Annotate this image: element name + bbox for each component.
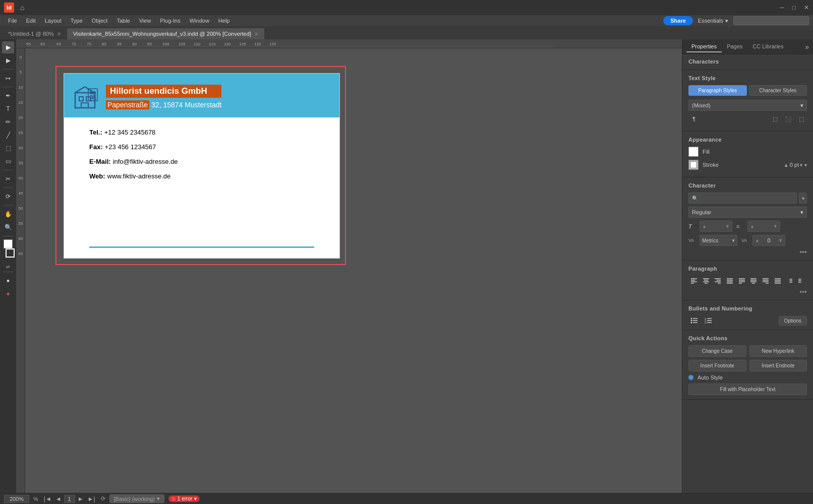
tool-direct-select[interactable]: ▶ bbox=[2, 54, 14, 67]
tab-pages[interactable]: Pages bbox=[722, 41, 747, 52]
stroke-chevron-up[interactable]: ▲ bbox=[784, 162, 789, 168]
menu-layout[interactable]: Layout bbox=[41, 17, 66, 25]
font-style-dropdown[interactable]: Regular ▾ bbox=[688, 207, 807, 218]
numbering-icon[interactable]: 1.2.3. bbox=[703, 316, 714, 326]
align-left-btn[interactable] bbox=[688, 276, 700, 286]
minimize-btn[interactable]: ─ bbox=[780, 4, 784, 11]
tracking-down[interactable]: ▼ bbox=[778, 238, 783, 243]
nav-first-btn[interactable]: |◄ bbox=[42, 495, 53, 502]
bullets-icon[interactable] bbox=[688, 316, 700, 326]
nav-prev-btn[interactable]: ◄ bbox=[54, 495, 63, 502]
change-case-button[interactable]: Change Case bbox=[688, 345, 746, 357]
close-btn[interactable]: ✕ bbox=[804, 4, 809, 11]
page-number-input[interactable] bbox=[64, 495, 75, 503]
tab-visitenkarte[interactable]: Visitenkarte_85x55mm_Wohnungsverkauf_v3.… bbox=[67, 28, 264, 39]
tool-text[interactable]: T bbox=[2, 103, 14, 115]
tool-color[interactable]: ■ bbox=[2, 288, 14, 300]
nav-last-btn[interactable]: ►| bbox=[86, 495, 97, 502]
tool-select[interactable]: ▶ bbox=[2, 41, 14, 53]
nav-next-btn[interactable]: ► bbox=[76, 495, 85, 502]
maximize-btn[interactable]: □ bbox=[792, 4, 796, 11]
insert-footnote-button[interactable]: Insert Footnote bbox=[688, 360, 746, 371]
panel-more-icon[interactable]: » bbox=[805, 43, 809, 51]
tool-free-transform[interactable]: ⟳ bbox=[2, 191, 14, 203]
new-hyperlink-button[interactable]: New Hyperlink bbox=[749, 345, 807, 357]
align-justify-last-right-btn[interactable] bbox=[760, 276, 771, 286]
para-icon-2[interactable]: ⬛ bbox=[783, 114, 794, 124]
font-search-field[interactable]: 🔍 bbox=[688, 193, 797, 204]
stroke-dropdown-chevron[interactable]: ▾ bbox=[804, 162, 807, 168]
tool-rect-frame[interactable]: ⬚ bbox=[2, 142, 14, 154]
search-input[interactable] bbox=[733, 16, 809, 25]
font-dropdown-chevron[interactable]: ▾ bbox=[799, 193, 807, 204]
zoom-input[interactable] bbox=[4, 495, 29, 503]
align-justify-last-left-btn[interactable] bbox=[736, 276, 747, 286]
tab-untitled[interactable]: *Untitled-1 @ 80% ✕ bbox=[2, 28, 67, 39]
tool-scissors[interactable]: ✂ bbox=[2, 173, 14, 185]
pilcrow-icon[interactable]: ¶ bbox=[688, 114, 700, 124]
paragraph-styles-tab[interactable]: Paragraph Styles bbox=[688, 85, 747, 96]
menu-type[interactable]: Type bbox=[67, 17, 87, 25]
leading-up[interactable]: ▲ bbox=[750, 224, 754, 229]
tracking-method-dropdown[interactable]: Metrics ▾ bbox=[700, 235, 737, 246]
tracking-row: VA Metrics ▾ VA ▲ 0 ▼ bbox=[688, 235, 807, 246]
align-right-btn[interactable] bbox=[712, 276, 723, 286]
menu-table[interactable]: Table bbox=[112, 17, 134, 25]
style-dropdown[interactable]: (Mixed) ▾ bbox=[688, 100, 807, 111]
character-more-icon[interactable]: ••• bbox=[799, 248, 807, 256]
tool-rect[interactable]: ▭ bbox=[2, 155, 14, 167]
tool-gradient[interactable]: ■ bbox=[2, 275, 14, 287]
align-justify-btn[interactable] bbox=[724, 276, 735, 286]
tab-properties[interactable]: Properties bbox=[686, 41, 722, 52]
essentials-dropdown[interactable]: Essentials ▾ bbox=[694, 17, 732, 25]
fill-swatch[interactable] bbox=[688, 147, 699, 157]
share-button[interactable]: Share bbox=[663, 16, 693, 25]
font-size-down[interactable]: ▼ bbox=[725, 224, 730, 229]
menu-window[interactable]: Window bbox=[186, 17, 213, 25]
style-label-area[interactable]: [Basic] (working) ▾ bbox=[109, 494, 164, 503]
tool-hand[interactable]: ✋ bbox=[2, 208, 14, 220]
align-away-spine-btn[interactable] bbox=[796, 276, 807, 286]
leading-input[interactable]: ▲ ▼ bbox=[747, 221, 780, 232]
tab-close-icon[interactable]: ✕ bbox=[57, 31, 61, 37]
svg-text:0: 0 bbox=[20, 55, 22, 59]
menu-file[interactable]: File bbox=[4, 17, 21, 25]
tool-zoom[interactable]: 🔍 bbox=[2, 221, 14, 233]
character-styles-tab[interactable]: Character Styles bbox=[749, 85, 807, 96]
swap-colors-icon[interactable]: ⇄ bbox=[6, 264, 10, 269]
error-badge[interactable]: 1 error ▾ bbox=[168, 495, 200, 502]
tool-line[interactable]: ╱ bbox=[2, 129, 14, 141]
paragraph-more-icon[interactable]: ••• bbox=[799, 288, 807, 296]
menu-view[interactable]: View bbox=[135, 17, 155, 25]
font-size-input[interactable]: ▲ ▼ bbox=[700, 221, 732, 232]
insert-endnote-button[interactable]: Insert Endnote bbox=[749, 360, 807, 371]
tool-gap[interactable]: ↦ bbox=[2, 72, 14, 84]
home-icon[interactable]: ⌂ bbox=[20, 4, 24, 12]
align-justify-last-center-btn[interactable] bbox=[748, 276, 760, 286]
stroke-color-box[interactable] bbox=[6, 248, 15, 258]
tab-cc-libraries[interactable]: CC Libraries bbox=[747, 41, 788, 52]
tool-pencil[interactable]: ✏ bbox=[2, 116, 14, 128]
menu-edit[interactable]: Edit bbox=[22, 17, 40, 25]
fill-color-box[interactable] bbox=[4, 239, 13, 248]
tool-pen[interactable]: ✒ bbox=[2, 90, 14, 102]
font-size-up[interactable]: ▲ bbox=[702, 224, 707, 229]
menu-plugins[interactable]: Plug-Ins bbox=[156, 17, 184, 25]
tracking-up[interactable]: ▲ bbox=[755, 238, 760, 243]
align-towards-spine-btn[interactable] bbox=[784, 276, 795, 286]
para-icon-3[interactable]: ⬚ bbox=[796, 114, 807, 124]
fill-placeholder-button[interactable]: Fill with Placeholder Text bbox=[688, 384, 807, 395]
tracking-input[interactable]: ▲ 0 ▼ bbox=[752, 235, 785, 246]
canvas-area: // Rendered statically below 55 60 65 70… bbox=[16, 39, 682, 493]
live-distribute-icon[interactable]: ⟳ bbox=[101, 495, 105, 502]
align-center-btn[interactable] bbox=[701, 276, 712, 286]
tab-close-active-icon[interactable]: ✕ bbox=[254, 31, 258, 37]
stroke-chevron-down[interactable]: ▾ bbox=[800, 162, 802, 168]
menu-object[interactable]: Object bbox=[88, 17, 112, 25]
stroke-swatch-container[interactable] bbox=[688, 160, 699, 170]
menu-help[interactable]: Help bbox=[214, 17, 234, 25]
options-button[interactable]: Options bbox=[779, 316, 807, 326]
para-icon-1[interactable]: ⬚ bbox=[770, 114, 781, 124]
leading-down[interactable]: ▼ bbox=[773, 224, 778, 229]
align-force-justify-btn[interactable] bbox=[772, 276, 783, 286]
